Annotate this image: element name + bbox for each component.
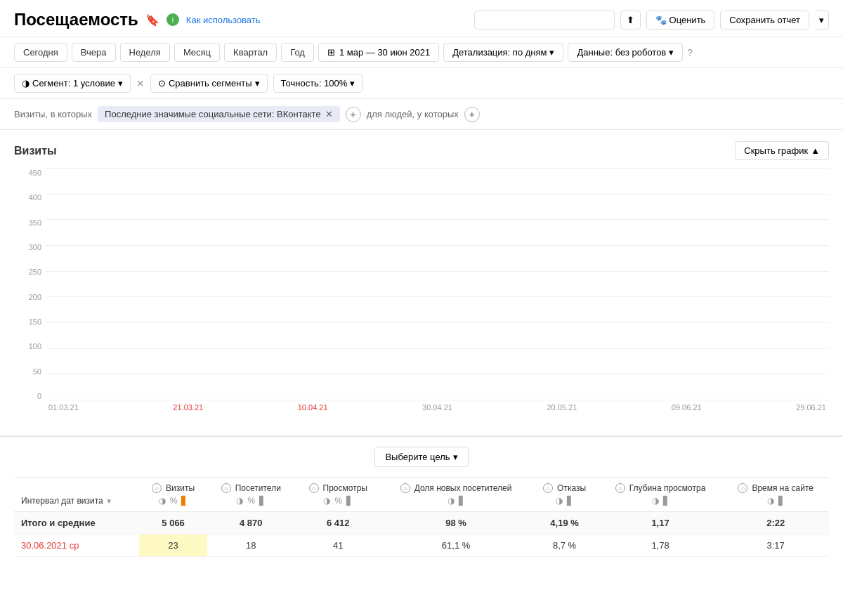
visits-col-icons: ◑ % ▋ — [146, 496, 200, 506]
x-label: 01.03.21 — [48, 403, 79, 412]
row-depth: 1,78 — [599, 535, 723, 557]
chart-title: Визиты — [14, 145, 57, 157]
calendar-icon: ⊞ — [327, 47, 335, 58]
save-button[interactable]: Сохранить отчет — [720, 11, 809, 30]
bar-icon-3[interactable]: ▋ — [346, 496, 353, 506]
accuracy-button[interactable]: Точность: 100% ▾ — [273, 74, 363, 93]
add-condition-button[interactable]: + — [346, 107, 361, 122]
bounces-col-icons: ◑ ▋ — [537, 496, 591, 506]
chevron-down-icon: ▾ — [549, 47, 554, 58]
bar-icon-5[interactable]: ▋ — [567, 496, 573, 506]
bar-icon-2[interactable]: ▋ — [259, 496, 266, 506]
period-month[interactable]: Месяц — [174, 43, 220, 62]
sort-icon[interactable]: ▼ — [105, 497, 112, 505]
table-row-total: Итого и средние 5 066 4 870 6 412 98 % 4… — [14, 512, 829, 535]
col-header-time: ○ Время на сайте ◑ ▋ — [722, 478, 829, 512]
search-input[interactable] — [474, 11, 615, 30]
chart-header: Визиты Скрыть график ▲ — [14, 141, 829, 160]
date-range-button[interactable]: ⊞ 1 мар — 30 июн 2021 — [318, 43, 439, 62]
detail-button[interactable]: Детализация: по дням ▾ — [443, 43, 563, 62]
row-time: 3:17 — [722, 535, 829, 557]
pie-icon[interactable]: ◑ — [159, 496, 166, 506]
chevron-down-icon-4: ▾ — [255, 78, 260, 89]
bar-icon-6[interactable]: ▋ — [663, 496, 669, 506]
table-head: Интервал дат визита ▼ ○ Визиты ◑ % ▋ — [14, 478, 829, 512]
x-label: 09.06.21 — [672, 403, 702, 412]
chevron-down-icon-2: ▾ — [669, 47, 674, 58]
bar-icon[interactable]: ▋ — [181, 496, 188, 506]
visits-info-icon[interactable]: ○ — [152, 483, 162, 493]
period-week[interactable]: Неделя — [120, 43, 170, 62]
table-row: 30.06.2021 ср 23 18 41 61,1 % 8,7 % 1,78… — [14, 535, 829, 557]
rate-button[interactable]: 🐾 Оценить — [646, 11, 715, 30]
segment-tag: Последние значимые социальные сети: ВКон… — [98, 106, 340, 122]
views-col-icons: ◑ % ▋ — [302, 496, 374, 506]
row-bounces: 8,7 % — [530, 535, 598, 557]
pie-icon-7[interactable]: ◑ — [767, 496, 774, 506]
tag-close-icon[interactable]: ✕ — [325, 109, 333, 119]
row-date[interactable]: 30.06.2021 ср — [14, 535, 139, 557]
pie-icon-3[interactable]: ◑ — [323, 496, 330, 506]
bounces-info-icon[interactable]: ○ — [543, 483, 553, 493]
col-header-views: ○ Просмотры ◑ % ▋ — [295, 478, 381, 512]
row-visitors: 18 — [207, 535, 295, 557]
percent-icon-3[interactable]: % — [334, 496, 342, 506]
col-header-visitors: ○ Посетители ◑ % ▋ — [207, 478, 295, 512]
x-label: 29.06.21 — [796, 403, 826, 412]
period-yesterday[interactable]: Вчера — [72, 43, 116, 62]
filter-toolbar: ◑ Сегмент: 1 условие ▾ ✕ ⊙ Сравнить сегм… — [0, 68, 843, 99]
visitors-info-icon[interactable]: ○ — [221, 483, 231, 493]
add-people-button[interactable]: + — [464, 107, 480, 122]
compare-button[interactable]: ⊙ Сравнить сегменты ▾ — [150, 74, 268, 93]
pie-icon-2[interactable]: ◑ — [236, 496, 243, 506]
pie-icon-4[interactable]: ◑ — [447, 496, 455, 506]
bar-icon-7[interactable]: ▋ — [778, 496, 785, 506]
depth-info-icon[interactable]: ○ — [615, 483, 625, 493]
pie-icon-5[interactable]: ◑ — [556, 496, 563, 506]
save-dropdown-arrow[interactable]: ▾ — [815, 11, 829, 30]
percent-icon[interactable]: % — [170, 496, 178, 506]
total-visitors: 4 870 — [207, 512, 295, 535]
views-info-icon[interactable]: ○ — [309, 483, 319, 493]
chart-area — [46, 169, 829, 400]
chevron-down-icon-3: ▾ — [118, 78, 123, 89]
page-header: Посещаемость 🔖 i Как использовать ⬆ 🐾 Оц… — [0, 0, 843, 37]
bar-icon-4[interactable]: ▋ — [459, 496, 465, 506]
time-info-icon[interactable]: ○ — [738, 483, 747, 493]
rate-icon: 🐾 — [655, 15, 667, 25]
new-visitors-info-icon[interactable]: ○ — [400, 483, 410, 493]
share-button[interactable]: ⬆ — [620, 11, 641, 30]
hide-chart-button[interactable]: Скрыть график ▲ — [735, 141, 829, 160]
period-year[interactable]: Год — [281, 43, 314, 62]
data-type-button[interactable]: Данные: без роботов ▾ — [568, 43, 683, 62]
segment-close-icon[interactable]: ✕ — [136, 78, 145, 89]
table-body: Итого и средние 5 066 4 870 6 412 98 % 4… — [14, 512, 829, 557]
pie-icon-6[interactable]: ◑ — [652, 496, 659, 506]
info-button[interactable]: i — [166, 13, 179, 26]
how-to-link[interactable]: Как использовать — [186, 15, 261, 25]
segment-button[interactable]: ◑ Сегмент: 1 условие ▾ — [14, 74, 131, 93]
x-labels: 01.03.2121.03.2110.04.2130.04.2120.05.21… — [46, 403, 829, 412]
time-col-icons: ◑ ▋ — [729, 496, 822, 506]
people-label: для людей, у которых — [367, 109, 459, 119]
y-axis: 450 400 350 300 250 200 150 100 50 0 — [14, 169, 46, 400]
goal-row: Выберите цель ▾ — [14, 437, 829, 478]
period-today[interactable]: Сегодня — [14, 43, 67, 62]
percent-icon-2[interactable]: % — [247, 496, 255, 506]
period-quarter[interactable]: Квартал — [224, 43, 277, 62]
visits-in-label: Визиты, в которых — [14, 109, 92, 119]
chart-section: Визиты Скрыть график ▲ 450 400 350 300 2… — [0, 130, 843, 435]
col-header-date: Интервал дат визита ▼ — [14, 478, 139, 512]
data-table: Интервал дат визита ▼ ○ Визиты ◑ % ▋ — [14, 478, 829, 557]
x-axis: 01.03.2121.03.2110.04.2130.04.2120.05.21… — [46, 400, 829, 428]
goal-select-button[interactable]: Выберите цель ▾ — [374, 447, 468, 467]
table-section: Выберите цель ▾ Интервал дат визита ▼ ○ … — [0, 435, 843, 557]
col-header-depth: ○ Глубина просмотра ◑ ▋ — [599, 478, 723, 512]
help-icon[interactable]: ? — [687, 47, 693, 58]
table-header-row: Интервал дат визита ▼ ○ Визиты ◑ % ▋ — [14, 478, 829, 512]
bookmark-icon[interactable]: 🔖 — [145, 13, 159, 27]
col-header-new-visitors: ○ Доля новых посетителей ◑ ▋ — [381, 478, 531, 512]
row-visits: 23 — [139, 535, 207, 557]
x-label: 20.05.21 — [547, 403, 577, 412]
x-label: 21.03.21 — [173, 403, 203, 412]
